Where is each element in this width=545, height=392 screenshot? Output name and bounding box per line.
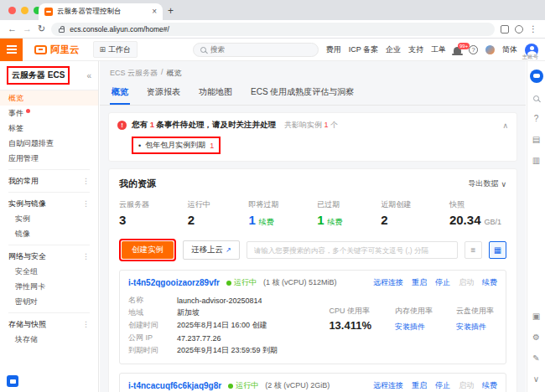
start-link[interactable]: 启动 [459, 380, 474, 391]
sidebar-section-network-security[interactable]: 网络与安全⋮ [0, 249, 98, 264]
customer-service-icon[interactable] [530, 70, 543, 83]
remote-connect-link[interactable]: 远程连接 [373, 277, 403, 288]
help-question-icon[interactable]: ? [469, 45, 478, 54]
export-data-button[interactable]: 导出数据 ∨ [468, 178, 506, 189]
install-plugin-link[interactable]: 安装插件 [456, 322, 486, 333]
sidebar-item-key-pairs[interactable]: 密钥对 [0, 294, 98, 309]
nav-link-billing[interactable]: 费用 [326, 44, 341, 55]
alert-item-label[interactable]: 包年包月实例到期 [145, 140, 205, 151]
more-icon[interactable]: ⋮ [82, 252, 90, 260]
sidebar-item-instances[interactable]: 实例 [0, 211, 98, 226]
instance-search-input[interactable] [247, 241, 458, 259]
renew-link[interactable]: 续费 [482, 380, 497, 391]
instance-id-link[interactable]: i-t4n52qgooizaorz89vfr [128, 278, 220, 287]
sidebar-item-troubleshoot[interactable]: 自助问题排查 [0, 136, 98, 151]
back-icon[interactable]: ← [8, 24, 17, 34]
rail-search-icon[interactable] [531, 92, 542, 104]
instance-id-link[interactable]: i-t4ncacuqf6c6kjaq9g8r [128, 381, 221, 390]
more-icon[interactable]: ⋮ [82, 199, 90, 208]
instance-header: i-t4n52qgooizaorz89vfr 运行中 (1 核 (vCPU) 5… [128, 277, 497, 288]
browser-tab[interactable]: 云服务器管理控制台 × [39, 3, 163, 20]
workbench-label: 工作台 [108, 44, 131, 55]
notification-bell-icon[interactable]: 99+ [454, 47, 461, 54]
language-switcher[interactable]: 简体 [502, 44, 517, 55]
tab-close-icon[interactable]: × [152, 8, 157, 16]
instance-status: 运行中 [226, 277, 257, 288]
rail-monitor-icon[interactable]: ▣ [531, 311, 542, 322]
nav-link-icp[interactable]: ICP 备案 [349, 44, 378, 55]
rail-docs-icon[interactable]: ▤ [531, 134, 542, 146]
rail-scroll-down-icon[interactable]: ∨ [531, 374, 542, 385]
external-link-icon: ↗ [226, 246, 231, 254]
hamburger-menu-button[interactable] [0, 39, 23, 61]
tab-feature-map[interactable]: 功能地图 [197, 83, 234, 105]
sidebar-item-app-management[interactable]: 应用管理 [0, 151, 98, 166]
refresh-icon[interactable]: ↻ [38, 24, 45, 34]
instance-public-ip: 47.237.77.26 [177, 334, 221, 343]
alert-item-count[interactable]: 1 [210, 142, 214, 150]
restart-link[interactable]: 重启 [412, 277, 427, 288]
browser-profile-icon[interactable] [515, 25, 523, 34]
grid-view-toggle[interactable]: ▦ [489, 241, 506, 259]
tab-resource-report[interactable]: 资源报表 [145, 83, 182, 105]
breadcrumb-root[interactable]: ECS 云服务器 [110, 68, 158, 79]
workbench-icon: ⊞ [100, 45, 106, 54]
global-search[interactable] [193, 43, 319, 57]
renew-link[interactable]: 续费 [328, 217, 343, 228]
renew-link[interactable]: 续费 [259, 217, 274, 228]
rail-question-icon[interactable]: ? [531, 113, 542, 125]
apps-globe-icon[interactable] [485, 45, 495, 54]
stop-link[interactable]: 停止 [435, 277, 450, 288]
rail-survey-icon[interactable]: ▥ [531, 155, 542, 167]
sidebar-item-security-groups[interactable]: 安全组 [0, 264, 98, 279]
browser-menu-icon[interactable]: ⋮ [529, 24, 537, 34]
rail-feedback-icon[interactable]: ✎ [531, 353, 542, 364]
running-dot-icon [228, 384, 233, 389]
more-icon[interactable]: ⋮ [82, 177, 90, 185]
sidebar-item-events[interactable]: 事件 [0, 106, 98, 121]
start-link[interactable]: 启动 [459, 277, 474, 288]
stop-link[interactable]: 停止 [435, 380, 450, 391]
sidebar-collapse-icon[interactable]: « [86, 71, 91, 80]
bullet-icon: • [138, 142, 141, 150]
alert-items: • 包年包月实例到期 1 [132, 137, 508, 154]
forward-icon[interactable]: → [23, 24, 32, 34]
global-search-input[interactable] [210, 45, 311, 54]
minimize-window-button[interactable] [21, 7, 29, 14]
rail-settings-icon[interactable]: ⚙ [531, 332, 542, 343]
sidebar-section-favorites[interactable]: 我的常用⋮ [0, 173, 98, 188]
url-field[interactable]: ecs.console.aliyun.com/home#/ [51, 23, 495, 36]
sidebar-item-enis[interactable]: 弹性网卡 [0, 279, 98, 294]
renew-link[interactable]: 续费 [482, 277, 497, 288]
tab-maturity-insight[interactable]: ECS 使用成熟度评估与洞察 [249, 83, 356, 105]
sidebar-item-images[interactable]: 镜像 [0, 226, 98, 241]
breadcrumb-current: 概览 [167, 68, 182, 79]
new-tab-button[interactable]: + [168, 5, 174, 17]
right-utility-rail: ? ▤ ▥ ▣ ⚙ ✎ ∨ [527, 61, 545, 392]
list-view-toggle[interactable]: ≡ [465, 241, 482, 259]
alert-collapse-icon[interactable]: ∧ [502, 121, 508, 130]
chevron-down-icon: ∨ [501, 180, 506, 188]
more-icon[interactable]: ⋮ [82, 320, 90, 328]
remote-connect-link[interactable]: 远程连接 [373, 380, 403, 391]
aliyun-logo[interactable]: 阿里云 [34, 44, 80, 56]
install-plugin-link[interactable]: 安装插件 [395, 322, 425, 333]
sidebar-docs-icon[interactable] [7, 375, 18, 387]
window-controls [8, 7, 41, 14]
tab-overview[interactable]: 概览 [110, 83, 130, 105]
close-window-button[interactable] [8, 7, 16, 14]
sidebar-section-storage-snapshots[interactable]: 存储与快照⋮ [0, 317, 98, 332]
sidebar-item-overview[interactable]: 概览 [0, 90, 98, 106]
extensions-icon[interactable] [501, 25, 509, 34]
nav-link-support[interactable]: 支持 [408, 44, 423, 55]
workbench-button[interactable]: ⊞ 工作台 [93, 41, 138, 58]
instance-created-time: 2025年8月14日 16:00 创建 [177, 320, 267, 331]
create-instance-button[interactable]: 创建实例 [122, 241, 174, 259]
restart-link[interactable]: 重启 [412, 380, 427, 391]
nav-link-enterprise[interactable]: 企业 [386, 44, 401, 55]
migrate-to-cloud-button[interactable]: 迁移上云 ↗ [183, 240, 240, 260]
sidebar-section-instances-images[interactable]: 实例与镜像⋮ [0, 196, 98, 211]
nav-link-tickets[interactable]: 工单 [431, 44, 446, 55]
sidebar-item-block-storage[interactable]: 块存储 [0, 332, 98, 347]
sidebar-item-tags[interactable]: 标签 [0, 121, 98, 136]
